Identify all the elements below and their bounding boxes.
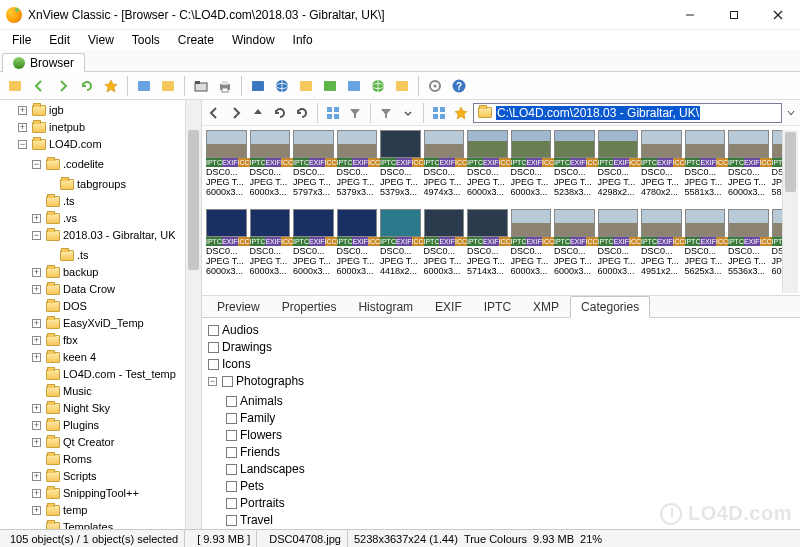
tree-node[interactable]: Templates [32, 519, 185, 529]
tab-properties[interactable]: Properties [271, 296, 348, 318]
thumbnail-item[interactable]: IPTCEXIFICCDSC0...JPEG T...5714x3... [467, 209, 508, 276]
thumbnail-item[interactable]: IPTCEXIFICCDSC0...JPEG T...6000x3... [293, 209, 334, 276]
tree-node[interactable]: +Plugins [32, 417, 185, 434]
expand-icon[interactable]: + [32, 421, 41, 430]
checkbox[interactable] [208, 342, 219, 353]
expand-icon[interactable]: + [18, 123, 27, 132]
tab-histogram[interactable]: Histogram [347, 296, 424, 318]
category-item[interactable]: Landscapes [226, 461, 794, 478]
thumbnail-item[interactable]: IPTCEXIFICCDSC0...JPEG T...5379x3... [380, 130, 421, 197]
checkbox[interactable] [226, 481, 237, 492]
thumbnail-item[interactable]: IPTCEXIFICCDSC0...JPEG T...6000x3... [511, 130, 552, 197]
tree-node[interactable]: +igb [18, 102, 185, 119]
tree-node[interactable]: LO4D.com - Test_temp [32, 366, 185, 383]
view-icon[interactable] [323, 103, 343, 123]
tree-node[interactable]: −.codelitetabgroups [32, 156, 185, 193]
folder-tree[interactable]: +igb+inetpub−LO4D.com−.codelitetabgroups… [0, 100, 185, 529]
thumbnail-item[interactable]: IPTCEXIFICCDSC0...JPEG T...4298x2... [598, 130, 639, 197]
tab-iptc[interactable]: IPTC [473, 296, 522, 318]
collapse-icon[interactable]: − [32, 160, 41, 169]
expand-icon[interactable]: + [32, 353, 41, 362]
tab-xmp[interactable]: XMP [522, 296, 570, 318]
category-item[interactable]: Friends [226, 444, 794, 461]
tree-node[interactable]: +keen 4 [32, 349, 185, 366]
checkbox[interactable] [226, 464, 237, 475]
tree-node[interactable]: +EasyXviD_Temp [32, 315, 185, 332]
category-item[interactable]: Pets [226, 478, 794, 495]
thumbnail-item[interactable]: IPTCEXIFICCDSC0...JPEG T...6000x3... [772, 209, 783, 276]
thumbnail-item[interactable]: IPTCEXIFICCDSC0...JPEG T...5379x3... [337, 130, 378, 197]
globe-icon[interactable] [367, 75, 389, 97]
categories-panel[interactable]: AudiosDrawingsIcons−PhotographsAnimalsFa… [202, 318, 800, 529]
star-icon[interactable] [451, 103, 471, 123]
thumbnail-item[interactable]: IPTCEXIFICCDSC0...JPEG T...4418x2... [380, 209, 421, 276]
menu-view[interactable]: View [80, 31, 122, 49]
expand-icon[interactable]: + [32, 472, 41, 481]
tab-browser[interactable]: Browser [2, 53, 85, 72]
expand-icon[interactable]: + [32, 438, 41, 447]
thumbs-scrollbar[interactable] [782, 130, 798, 293]
thumbnail-item[interactable]: IPTCEXIFICCDSC0...JPEG T...4974x3... [424, 130, 465, 197]
checkbox[interactable] [208, 325, 219, 336]
thumbnail-item[interactable]: IPTCEXIFICCDSC0...JPEG T...6000x3... [424, 209, 465, 276]
tree-node[interactable]: −LO4D.com−.codelitetabgroups.ts+.vs−2018… [18, 136, 185, 529]
expand-icon[interactable]: + [32, 214, 41, 223]
checkbox[interactable] [226, 447, 237, 458]
expand-icon[interactable]: + [32, 404, 41, 413]
menu-edit[interactable]: Edit [41, 31, 78, 49]
collapse-icon[interactable]: − [32, 231, 41, 240]
menu-tools[interactable]: Tools [124, 31, 168, 49]
capture-icon[interactable] [343, 75, 365, 97]
checkbox[interactable] [222, 376, 233, 387]
scrollbar-thumb[interactable] [785, 132, 796, 192]
filter-icon[interactable] [376, 103, 396, 123]
redo-icon[interactable] [292, 103, 312, 123]
tab-exif[interactable]: EXIF [424, 296, 473, 318]
tree-node[interactable]: DOS [32, 298, 185, 315]
tree-node[interactable]: +Scripts [32, 468, 185, 485]
category-item[interactable]: Portraits [226, 495, 794, 512]
menu-create[interactable]: Create [170, 31, 222, 49]
favorites-icon[interactable] [100, 75, 122, 97]
checkbox[interactable] [226, 430, 237, 441]
compare-icon[interactable] [391, 75, 413, 97]
thumbnail-item[interactable]: IPTCEXIFICCDSC0...JPEG T...6000x3... [467, 130, 508, 197]
thumbnail-view[interactable]: IPTCEXIFICCDSC0...JPEG T...6000x3...IPTC… [202, 126, 800, 296]
thumbnail-item[interactable]: IPTCEXIFICCDSC0...JPEG T...4780x2... [641, 130, 682, 197]
expand-icon[interactable]: + [32, 285, 41, 294]
thumbnail-item[interactable]: IPTCEXIFICCDSC0...JPEG T...5238x3... [554, 130, 595, 197]
expand-icon[interactable]: + [32, 506, 41, 515]
tree-node[interactable]: Roms [32, 451, 185, 468]
expand-icon[interactable]: + [32, 268, 41, 277]
menu-file[interactable]: File [4, 31, 39, 49]
web-icon[interactable] [271, 75, 293, 97]
tree-node[interactable]: tabgroups [46, 176, 185, 193]
category-item[interactable]: Audios [208, 322, 794, 339]
checkbox[interactable] [226, 498, 237, 509]
thumbnail-item[interactable]: IPTCEXIFICCDSC0...JPEG T...6000x3... [250, 209, 291, 276]
tree-node[interactable]: Music [32, 383, 185, 400]
category-item[interactable]: Drawings [208, 339, 794, 356]
expand-icon[interactable]: + [32, 489, 41, 498]
tree-node[interactable]: +SnippingTool++ [32, 485, 185, 502]
tree-node[interactable]: +fbx [32, 332, 185, 349]
thumbnail-item[interactable]: IPTCEXIFICCDSC0...JPEG T...6000x3... [250, 130, 291, 197]
tree-node[interactable]: −2018.03 - Gibraltar, UK.ts [32, 227, 185, 264]
thumbnail-item[interactable]: IPTCEXIFICCDSC0...JPEG T...5581x3... [685, 130, 726, 197]
category-item[interactable]: Travel [226, 512, 794, 529]
thumbnail-item[interactable]: IPTCEXIFICCDSC0...JPEG T...6000x3... [728, 130, 769, 197]
undo-icon[interactable] [270, 103, 290, 123]
thumbnail-item[interactable]: IPTCEXIFICCDSC0...JPEG T...6000x3... [206, 209, 247, 276]
category-item[interactable]: Animals [226, 393, 794, 410]
tree-node[interactable]: .ts [46, 247, 185, 264]
forward-icon[interactable] [226, 103, 246, 123]
tree-scrollbar[interactable] [185, 100, 201, 529]
thumbnail-item[interactable]: IPTCEXIFICCDSC0...JPEG T...5625x3... [685, 209, 726, 276]
forward-icon[interactable] [52, 75, 74, 97]
up-icon[interactable] [248, 103, 268, 123]
thumbnail-item[interactable]: IPTCEXIFICCDSC0...JPEG T...6000x3... [598, 209, 639, 276]
expand-icon[interactable]: + [32, 336, 41, 345]
thumbnail-item[interactable]: IPTCEXIFICCDSC0...JPEG T...6000x3... [554, 209, 595, 276]
thumbnail-item[interactable]: IPTCEXIFICCDSC0...JPEG T...5879x3... [772, 130, 783, 197]
category-item[interactable]: −PhotographsAnimalsFamilyFlowersFriendsL… [208, 373, 794, 529]
